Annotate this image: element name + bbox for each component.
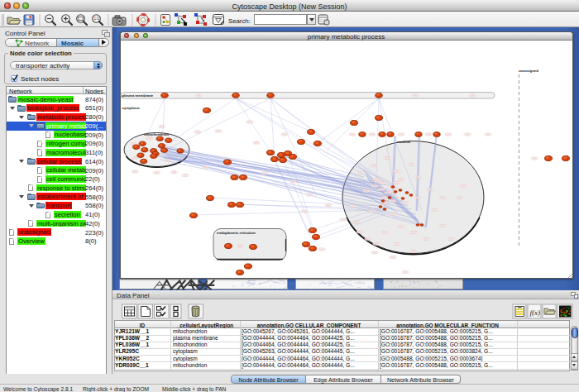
svg-text:unassigned: unassigned bbox=[519, 69, 538, 73]
svg-text:mitochondrion: mitochondrion bbox=[144, 132, 169, 136]
svg-text:f(x): f(x) bbox=[530, 308, 541, 317]
svg-text:nucleus: nucleus bbox=[397, 140, 411, 144]
svg-text:Search:: Search: bbox=[228, 17, 251, 25]
svg-text:cytoplasm: cytoplasm bbox=[122, 105, 140, 109]
svg-text:endoplasmic reticulum: endoplasmic reticulum bbox=[217, 231, 256, 235]
svg-text:1:1: 1:1 bbox=[93, 17, 99, 21]
svg-text:plasma membrane: plasma membrane bbox=[122, 93, 154, 98]
